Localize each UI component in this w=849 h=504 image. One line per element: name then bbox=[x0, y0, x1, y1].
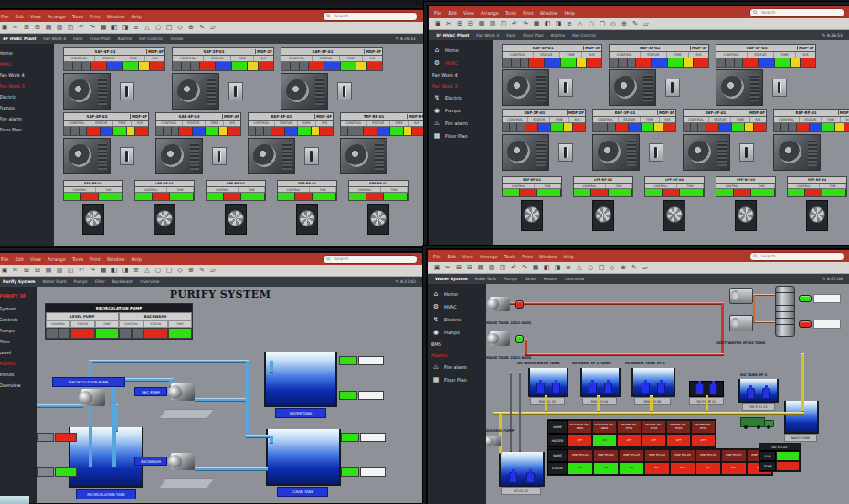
sidebar-item-system[interactable]: System bbox=[0, 306, 34, 311]
toolbar-icon[interactable]: ≡ bbox=[133, 24, 140, 32]
power-switch[interactable] bbox=[120, 147, 134, 165]
toolbar-icon[interactable]: ▤ bbox=[45, 267, 52, 275]
power-switch[interactable] bbox=[212, 147, 227, 165]
menu-item-view[interactable]: View bbox=[463, 10, 474, 16]
sidebar-item-floor-plan[interactable]: Floor Plan bbox=[0, 127, 50, 132]
toolbar-icon[interactable]: ⊞ bbox=[456, 20, 463, 28]
toolbar-icon[interactable]: ◧ bbox=[111, 24, 118, 32]
sidebar-item-floor-plan[interactable]: ▦Floor Plan bbox=[431, 376, 483, 383]
toolbar-icon[interactable]: ▥ bbox=[56, 24, 63, 32]
tab-floor-plan[interactable]: Floor Plan bbox=[523, 33, 543, 37]
menu-item-file[interactable]: File bbox=[433, 254, 440, 259]
tab-filter[interactable]: Filter bbox=[95, 279, 105, 284]
toolbar-icon[interactable]: ⊞ bbox=[455, 264, 462, 272]
toolbar-icon[interactable]: △ bbox=[143, 267, 151, 275]
toolbar-icon[interactable]: ▥ bbox=[488, 264, 495, 272]
sidebar-item-floor-plan[interactable]: ▦Floor Plan bbox=[432, 132, 489, 140]
toolbar-icon[interactable]: ◇ bbox=[610, 20, 617, 28]
toolbar-icon[interactable]: ◫ bbox=[499, 264, 506, 272]
sidebar-item-filter[interactable]: Filter bbox=[0, 339, 34, 344]
power-switch[interactable] bbox=[304, 147, 319, 165]
search-input[interactable] bbox=[759, 9, 841, 16]
power-switch[interactable] bbox=[120, 82, 134, 100]
tab-fan-work-3[interactable]: Fan Work 3 bbox=[476, 33, 499, 37]
toolbar-icon[interactable]: ↷ bbox=[521, 264, 528, 272]
tab-alarms[interactable]: Alarms bbox=[118, 37, 133, 41]
toolbar-icon[interactable]: △ bbox=[143, 24, 151, 32]
sidebar-item-fan-work-4[interactable]: Fan Work 4 bbox=[432, 72, 489, 78]
toolbar-icon[interactable]: ↶ bbox=[510, 264, 517, 272]
power-switch[interactable] bbox=[228, 82, 243, 100]
toolbar-icon[interactable]: □ bbox=[165, 24, 173, 32]
toolbar-icon[interactable]: △ bbox=[577, 20, 584, 28]
sidebar-item-alarms[interactable]: Alarms bbox=[0, 361, 34, 366]
sidebar-item-electric[interactable]: Electric bbox=[0, 94, 50, 100]
toolbar-icon[interactable]: ◨ bbox=[122, 267, 129, 275]
toolbar-icon[interactable]: ◧ bbox=[111, 267, 118, 275]
sidebar-item-fire-alarm[interactable]: ♨Fire alarm bbox=[431, 363, 483, 371]
toolbar-icon[interactable]: ▦ bbox=[100, 24, 107, 32]
menu-item-window[interactable]: Window bbox=[539, 254, 557, 259]
sidebar-item-pumps[interactable]: Pumps bbox=[0, 328, 34, 333]
toolbar-icon[interactable]: ▣ bbox=[433, 264, 440, 272]
toolbar-icon[interactable]: ▤ bbox=[478, 20, 485, 28]
menu-item-help[interactable]: Help bbox=[563, 254, 573, 259]
toolbar-icon[interactable]: ⊟ bbox=[34, 24, 41, 32]
toolbar-icon[interactable]: ▦ bbox=[533, 20, 540, 28]
sidebar-item-overview[interactable]: Overview bbox=[0, 383, 34, 388]
toolbar-icon[interactable]: ✎ bbox=[631, 20, 639, 28]
sidebar-item-pumps[interactable]: Pumps bbox=[0, 105, 50, 110]
menu-item-view[interactable]: View bbox=[462, 254, 473, 259]
toolbar-icon[interactable]: ▥ bbox=[489, 20, 496, 28]
toolbar-icon[interactable]: ○ bbox=[154, 267, 162, 275]
toolbar-icon[interactable]: ↶ bbox=[78, 24, 85, 32]
menu-item-window[interactable]: Window bbox=[107, 257, 125, 262]
toolbar-icon[interactable]: ✎ bbox=[198, 267, 206, 275]
menu-item-arrange[interactable]: Arrange bbox=[48, 14, 66, 19]
menu-item-window[interactable]: Window bbox=[540, 10, 558, 16]
menu-item-edit[interactable]: Edit bbox=[447, 254, 456, 259]
toolbar-icon[interactable]: ✂ bbox=[12, 267, 19, 275]
toolbar-icon[interactable]: ▱ bbox=[209, 267, 217, 275]
sidebar-item-fire-alarm[interactable]: ♨Fire alarm bbox=[432, 120, 489, 127]
menu-item-file[interactable]: File bbox=[1, 257, 8, 262]
toolbar-icon[interactable]: ◫ bbox=[500, 20, 507, 28]
sidebar-item-hvac[interactable]: HVAC bbox=[0, 61, 50, 67]
toolbar-icon[interactable]: ▣ bbox=[1, 267, 8, 275]
sidebar-item-electric[interactable]: ↯Electric bbox=[432, 94, 489, 101]
toolbar-icon[interactable]: ▤ bbox=[477, 264, 484, 272]
menu-item-edit[interactable]: Edit bbox=[448, 10, 457, 16]
sidebar-item-home[interactable]: ⌂Home bbox=[431, 290, 483, 298]
sidebar-item-fan-work-3[interactable]: Fan Work 3 bbox=[432, 83, 489, 89]
menu-item-print[interactable]: Print bbox=[90, 14, 101, 19]
toolbar-icon[interactable]: ≡ bbox=[565, 264, 572, 272]
toolbar-icon[interactable]: ◧ bbox=[544, 20, 551, 28]
toolbar-icon[interactable]: ▱ bbox=[209, 24, 217, 32]
menu-item-file[interactable]: File bbox=[1, 14, 8, 19]
menu-item-tools[interactable]: Tools bbox=[72, 257, 83, 262]
tab-overview[interactable]: Overview bbox=[140, 279, 159, 284]
toolbar-icon[interactable]: ◫ bbox=[67, 24, 74, 32]
sidebar-item-pumps[interactable]: ◉Pumps bbox=[431, 329, 483, 336]
search-input[interactable] bbox=[759, 253, 841, 259]
sidebar-item-home[interactable]: ⌂Home bbox=[432, 47, 489, 54]
toolbar-icon[interactable]: ◨ bbox=[555, 20, 562, 28]
menu-item-window[interactable]: Window bbox=[107, 14, 125, 19]
menu-item-tools[interactable]: Tools bbox=[72, 14, 83, 19]
menu-item-help[interactable]: Help bbox=[564, 10, 574, 16]
tab-fan-control[interactable]: Fan Control bbox=[572, 33, 595, 37]
toolbar-icon[interactable]: ▱ bbox=[642, 20, 650, 28]
tab-make-tank[interactable]: Make Tank bbox=[475, 277, 497, 281]
toolbar-icon[interactable]: ○ bbox=[588, 20, 595, 28]
menu-item-arrange[interactable]: Arrange bbox=[48, 257, 66, 262]
tab-water-plant[interactable]: Water Plant bbox=[42, 279, 66, 284]
toolbar-icon[interactable]: ▱ bbox=[642, 264, 649, 272]
sidebar-item-alarms[interactable]: Alarms bbox=[431, 352, 483, 358]
toolbar-icon[interactable]: ⊟ bbox=[467, 20, 474, 28]
toolbar-icon[interactable]: ✂ bbox=[445, 20, 452, 28]
toolbar-icon[interactable]: ≡ bbox=[566, 20, 573, 28]
power-switch[interactable] bbox=[665, 79, 680, 97]
toolbar-icon[interactable]: ◇ bbox=[609, 264, 616, 272]
toolbar-icon[interactable]: ✂ bbox=[444, 264, 451, 272]
tab-fans[interactable]: Fans bbox=[506, 33, 515, 37]
